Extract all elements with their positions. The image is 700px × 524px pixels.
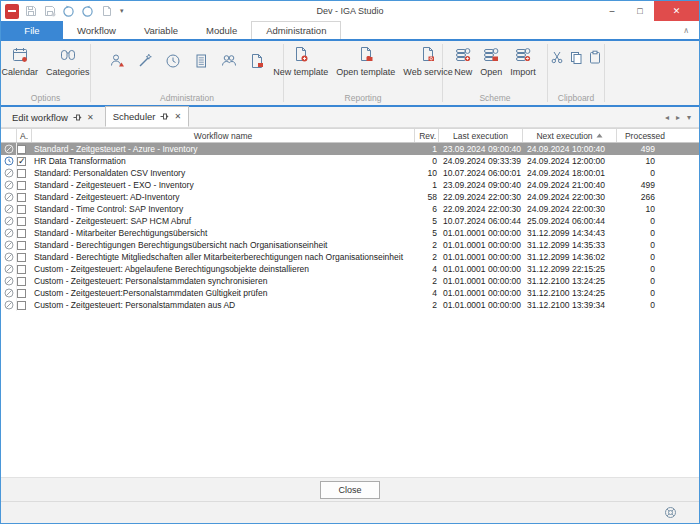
disabled-status-icon — [1, 179, 17, 191]
scheme-open-button[interactable]: Open — [476, 44, 506, 79]
last-execution-cell: 22.09.2024 22:00:30 — [439, 192, 523, 202]
paste-doc-icon[interactable] — [99, 4, 114, 18]
table-row[interactable]: Custom - Zeitgesteuert: Personalstammdat… — [1, 275, 699, 287]
save-icon[interactable] — [23, 4, 38, 18]
rev-cell: 5 — [415, 228, 439, 238]
active-checkbox[interactable] — [17, 169, 32, 178]
document-badge-icon — [248, 52, 266, 70]
clock-status-icon — [1, 155, 17, 167]
active-checkbox[interactable] — [17, 277, 32, 286]
active-checkbox[interactable] — [17, 157, 32, 166]
table-row[interactable]: Standard - Zeitgesteuert - EXO - Invento… — [1, 179, 699, 191]
header-next-execution[interactable]: Next execution — [523, 129, 617, 142]
new-template-button[interactable]: New template — [269, 44, 332, 79]
table-row[interactable]: HR Data Transformation024.09.2024 09:33:… — [1, 155, 699, 167]
open-template-button[interactable]: Open template — [332, 44, 399, 79]
rev-cell: 5 — [415, 216, 439, 226]
tab-workflow[interactable]: Workflow — [63, 21, 130, 39]
table-row[interactable]: Standard - Mitarbeiter Berechtigungsüber… — [1, 227, 699, 239]
redo-icon[interactable] — [80, 4, 95, 18]
tab-scroll-right-icon[interactable]: ▸ — [676, 113, 680, 122]
tab-edit-workflow[interactable]: Edit workflow ✕ — [5, 108, 101, 127]
last-execution-cell: 01.01.0001 00:00:00 — [439, 300, 523, 310]
new-template-icon — [292, 46, 310, 64]
header-active-column[interactable]: A. — [17, 129, 32, 142]
scheduler-button[interactable] — [160, 44, 187, 78]
active-checkbox[interactable] — [17, 253, 32, 262]
collapse-ribbon-icon[interactable]: ∧ — [683, 21, 699, 39]
tab-variable[interactable]: Variable — [130, 21, 192, 39]
processed-cell: 0 — [617, 216, 699, 226]
active-checkbox[interactable] — [17, 241, 32, 250]
qat-dropdown-icon[interactable]: ▾ — [118, 7, 126, 15]
scheme-new-button[interactable]: New — [450, 44, 476, 79]
copy-button[interactable] — [567, 48, 584, 66]
tab-scroll-left-icon[interactable]: ◂ — [665, 113, 669, 122]
table-row[interactable]: Standard - Zeitgesteuert - Azure - Inven… — [1, 143, 699, 155]
table-row[interactable]: Standard - Berechtigte Mitgliedschaften … — [1, 251, 699, 263]
copy-icon — [569, 50, 583, 64]
cut-button[interactable] — [548, 48, 565, 66]
workflow-name-cell: Standard - Zeitgesteuert: AD-Inventory — [32, 192, 415, 202]
workflow-name-cell: Standard: Personaldaten CSV Inventory — [32, 168, 415, 178]
last-execution-cell: 01.01.0001 00:00:00 — [439, 288, 523, 298]
maximize-button[interactable]: □ — [626, 1, 654, 21]
header-workflow-name[interactable]: Workflow name — [32, 129, 415, 142]
active-checkbox[interactable] — [17, 205, 32, 214]
table-row[interactable]: Standard: Personaldaten CSV Inventory101… — [1, 167, 699, 179]
table-row[interactable]: Standard - Zeitgesteuert: SAP HCM Abruf5… — [1, 215, 699, 227]
status-wheel-icon[interactable] — [664, 506, 677, 519]
paste-button[interactable] — [587, 48, 604, 66]
active-checkbox[interactable] — [17, 265, 32, 274]
pin-icon[interactable] — [160, 112, 169, 121]
save-all-icon[interactable] — [42, 4, 57, 18]
table-row[interactable]: Custom - Zeitgesteuert: Abgelaufene Bere… — [1, 263, 699, 275]
workflow-name-cell: Standard - Time Control: SAP Inventory — [32, 204, 415, 214]
active-checkbox[interactable] — [17, 217, 32, 226]
log-button[interactable] — [188, 44, 215, 78]
header-status-column[interactable] — [1, 129, 17, 142]
tab-file[interactable]: File — [1, 21, 63, 39]
undo-icon[interactable] — [61, 4, 76, 18]
close-window-button[interactable]: ✕ — [654, 1, 699, 21]
header-rev[interactable]: Rev. — [415, 129, 439, 142]
processed-cell: 0 — [617, 264, 699, 274]
user-permission-button[interactable] — [104, 44, 131, 78]
disabled-status-icon — [1, 167, 17, 179]
tab-administration[interactable]: Administration — [251, 21, 341, 39]
active-checkbox[interactable] — [17, 229, 32, 238]
header-processed[interactable]: Processed — [617, 129, 699, 142]
last-execution-cell: 01.01.0001 00:00:00 — [439, 276, 523, 286]
table-row[interactable]: Custom - Zeitgesteuert:Personalstammdate… — [1, 287, 699, 299]
tab-module[interactable]: Module — [192, 21, 251, 39]
table-row[interactable]: Custom - Zeitgesteuert: Personalstammdat… — [1, 299, 699, 311]
user-groups-button[interactable] — [216, 44, 243, 78]
wizard-button[interactable] — [132, 44, 159, 78]
active-checkbox[interactable] — [17, 301, 32, 310]
active-checkbox[interactable] — [17, 193, 32, 202]
minimize-button[interactable]: – — [598, 1, 626, 21]
calendar-button[interactable]: Calendar — [0, 44, 42, 79]
report-doc-button[interactable] — [244, 44, 271, 78]
header-last-execution[interactable]: Last execution — [439, 129, 523, 142]
active-checkbox[interactable] — [17, 181, 32, 190]
db-import-icon — [514, 46, 532, 64]
close-button[interactable]: Close — [320, 481, 380, 499]
pin-icon[interactable] — [73, 113, 82, 122]
next-execution-cell: 24.09.2024 22:00:30 — [523, 192, 617, 202]
close-tab-icon[interactable]: ✕ — [174, 112, 181, 121]
active-checkbox[interactable] — [17, 289, 32, 298]
last-execution-cell: 10.07.2024 06:00:01 — [439, 168, 523, 178]
table-row[interactable]: Standard - Berechtigungen Berechtigungsü… — [1, 239, 699, 251]
tab-list-dropdown-icon[interactable]: ▾ — [687, 113, 691, 122]
categories-button[interactable]: Categories — [42, 44, 94, 79]
table-row[interactable]: Standard - Time Control: SAP Inventory62… — [1, 203, 699, 215]
group-separator — [604, 44, 605, 102]
close-tab-icon[interactable]: ✕ — [87, 113, 94, 122]
scheme-import-button[interactable]: Import — [506, 44, 540, 79]
tab-scheduler[interactable]: Scheduler ✕ — [105, 106, 189, 127]
next-execution-cell: 31.12.2099 14:36:02 — [523, 252, 617, 262]
next-execution-cell: 24.09.2024 18:00:01 — [523, 168, 617, 178]
table-row[interactable]: Standard - Zeitgesteuert: AD-Inventory58… — [1, 191, 699, 203]
active-checkbox[interactable] — [17, 145, 32, 154]
